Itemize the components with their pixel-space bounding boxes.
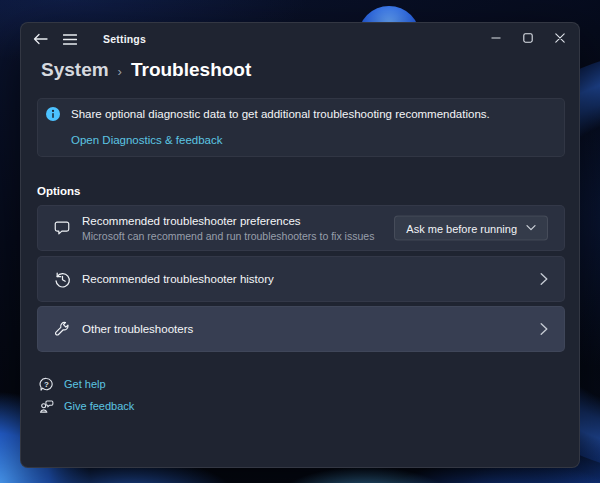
breadcrumb-separator: › (118, 62, 122, 79)
svg-text:?: ? (44, 379, 49, 388)
chevron-right-icon (540, 323, 548, 336)
minimize-icon (491, 33, 501, 43)
wrench-icon (52, 320, 72, 338)
history-icon (52, 270, 72, 289)
help-chat-icon: ? (39, 377, 54, 392)
diagnostic-info-banner: Share optional diagnostic data to get ad… (37, 98, 565, 157)
banner-message: Share optional diagnostic data to get ad… (71, 108, 490, 120)
page-title: Troubleshoot (131, 59, 251, 81)
dropdown-selected-value: Ask me before running (406, 222, 517, 234)
card-troubleshooter-history[interactable]: Recommended troubleshooter history (37, 256, 565, 302)
get-help-link[interactable]: ? Get help (39, 375, 106, 393)
minimize-button[interactable] (480, 24, 512, 52)
arrow-left-icon (33, 33, 48, 45)
maximize-icon (523, 33, 533, 43)
card-title: Other troubleshooters (82, 323, 193, 335)
breadcrumb-system[interactable]: System (41, 59, 109, 81)
troubleshooter-preference-dropdown[interactable]: Ask me before running (394, 216, 548, 241)
info-icon (46, 107, 60, 121)
close-button[interactable] (544, 24, 576, 52)
chevron-right-icon (540, 273, 548, 286)
card-other-troubleshooters[interactable]: Other troubleshooters (37, 306, 565, 352)
menu-button[interactable] (55, 26, 85, 52)
speech-bubble-icon (52, 219, 72, 237)
get-help-label: Get help (64, 378, 106, 390)
settings-window: Settings System › Troubleshoot (20, 22, 580, 468)
card-title: Recommended troubleshooter preferences (82, 215, 374, 227)
card-title: Recommended troubleshooter history (82, 273, 274, 285)
card-text-block: Recommended troubleshooter preferences M… (82, 215, 374, 242)
caption-buttons (480, 24, 576, 52)
back-button[interactable] (25, 26, 55, 52)
open-diagnostics-feedback-link[interactable]: Open Diagnostics & feedback (71, 134, 223, 146)
titlebar: Settings (21, 23, 579, 55)
window-title: Settings (103, 33, 146, 45)
card-subtitle: Microsoft can recommend and run troubles… (82, 230, 374, 242)
person-feedback-icon (39, 399, 54, 414)
maximize-button[interactable] (512, 24, 544, 52)
options-section-header: Options (37, 185, 80, 197)
card-troubleshooter-preferences: Recommended troubleshooter preferences M… (37, 205, 565, 251)
breadcrumb: System › Troubleshoot (41, 59, 251, 81)
give-feedback-link[interactable]: Give feedback (39, 397, 134, 415)
close-icon (555, 33, 565, 43)
give-feedback-label: Give feedback (64, 400, 134, 412)
chevron-down-icon (526, 225, 536, 232)
hamburger-icon (63, 34, 77, 45)
